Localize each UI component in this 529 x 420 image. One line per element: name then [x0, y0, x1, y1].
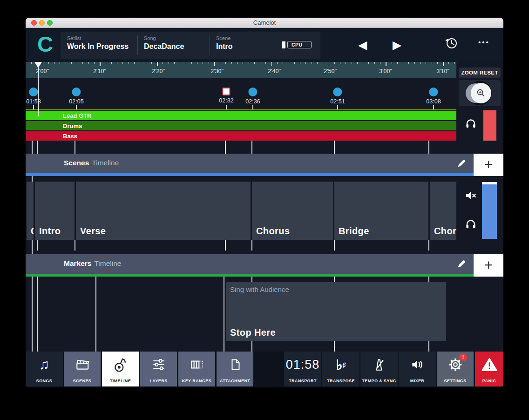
section-title-bold: Markers: [64, 259, 91, 267]
gridline-tick: [37, 240, 38, 251]
timeline-marker[interactable]: 03:08: [426, 88, 441, 105]
track-lane-bass[interactable]: Bass: [26, 131, 456, 141]
zoom-knob[interactable]: [471, 83, 491, 103]
tab-label: SCENES: [64, 379, 101, 383]
tab-songs[interactable]: ♫ SONGS: [26, 352, 63, 386]
marker-selected-icon: [223, 88, 231, 95]
marker-time: 03:08: [426, 98, 441, 105]
sharp-glyph: ♯: [342, 361, 346, 369]
ruler-time-label: 2'30": [210, 68, 224, 75]
scenes-section-title: ScenesTimeline: [64, 159, 119, 167]
scenes-monitor-button[interactable]: [465, 217, 477, 231]
gridline: [225, 141, 226, 154]
tab-label: TIMELINE: [102, 379, 139, 383]
warning-triangle-icon: [481, 357, 498, 373]
next-button[interactable]: ▶: [393, 37, 401, 52]
zoom-knob-panel: [459, 80, 501, 106]
song-field[interactable]: Song DecaDance: [144, 35, 184, 56]
add-scene-button[interactable]: +: [474, 154, 503, 176]
scenes-mute-button[interactable]: [464, 190, 478, 203]
tab-layers[interactable]: LAYERS: [140, 352, 177, 386]
app-topbar: C Setlist Work In Progress Song DecaDanc…: [26, 28, 503, 62]
headphones-icon: [465, 217, 477, 230]
scenes-section-header[interactable]: ScenesTimeline: [26, 154, 474, 173]
magnifier-plus-icon: [475, 88, 487, 99]
scene-value: Intro: [216, 42, 233, 51]
previous-button[interactable]: ◀: [358, 37, 367, 52]
track-name: Lead GTR: [63, 112, 91, 119]
timeline-note-icon: [113, 357, 129, 373]
scene-block[interactable]: Bridge: [334, 182, 428, 240]
tab-transport[interactable]: 01:58 TRANSPORT: [284, 352, 321, 386]
cpu-meter-bar: [282, 41, 285, 48]
scene-block-clipped[interactable]: Chorus: [430, 182, 456, 240]
tracks-monitor-button[interactable]: [465, 117, 477, 131]
more-menu-button[interactable]: •••: [478, 38, 490, 46]
tab-mixer[interactable]: MIXER: [399, 352, 436, 386]
clapperboard-icon: [75, 357, 90, 373]
tab-label: TEMPO & SYNC: [360, 379, 398, 383]
marker-dot-icon: [249, 88, 258, 96]
timeline-marker-selected[interactable]: 02:32: [219, 88, 233, 104]
setlist-value: Work In Progress: [67, 42, 129, 51]
gridline: [75, 141, 75, 154]
tracks-volume-fader[interactable]: [483, 110, 496, 141]
scene-field[interactable]: Scene Intro: [216, 35, 233, 56]
tab-tempo-sync[interactable]: TEMPO & SYNC: [360, 352, 398, 386]
timeline-marker[interactable]: 01:58: [26, 88, 41, 105]
edit-markers-button[interactable]: [456, 259, 467, 271]
tab-settings[interactable]: ! SETTINGS: [437, 352, 474, 386]
scene-block-partial[interactable]: Chorus: [27, 182, 34, 240]
marker-title: Stop Here: [226, 325, 446, 338]
tab-label: LAYERS: [140, 379, 177, 383]
ruler-time-label: 2'10": [93, 68, 106, 75]
history-undo-button[interactable]: [444, 35, 459, 52]
track-name: Bass: [63, 133, 77, 140]
tab-label: ATTACHMENT: [217, 379, 253, 383]
track-lane-drums[interactable]: Drums: [26, 121, 456, 130]
section-title-sub: Timeline: [94, 259, 121, 267]
time-ruler[interactable]: 2'00" 2'10" 2'20" 2'30" 2'40" 2'50" 3'00…: [26, 62, 456, 78]
marker-dot-icon: [72, 88, 81, 96]
field-divider: [137, 35, 138, 55]
tab-scenes[interactable]: SCENES: [64, 352, 101, 386]
gridline-tick: [251, 240, 252, 251]
scene-block[interactable]: Intro: [35, 182, 75, 240]
tab-key-ranges[interactable]: KEY RANGES: [178, 352, 215, 386]
camelot-logo[interactable]: C: [33, 31, 57, 58]
scene-name: Chorus: [430, 223, 456, 237]
settings-alert-badge: !: [459, 353, 467, 361]
scene-block[interactable]: Chorus: [252, 182, 333, 240]
tab-timeline-active[interactable]: TIMELINE: [102, 352, 139, 386]
panic-button[interactable]: PANIC: [475, 352, 503, 386]
timeline-marker[interactable]: 02:36: [245, 88, 260, 105]
tab-label: MIXER: [399, 379, 436, 383]
marker-block[interactable]: Stop Here Sing with Audience: [226, 282, 446, 341]
edit-scenes-button[interactable]: [456, 158, 467, 170]
ruler-time-label: 2'50": [324, 68, 337, 75]
headphones-icon: [465, 117, 477, 129]
mute-speaker-icon: [464, 190, 478, 202]
markers-section-header[interactable]: MarkersTimeline: [26, 254, 474, 274]
scene-block[interactable]: Verse: [76, 182, 251, 240]
tab-attachment[interactable]: ATTACHMENT: [217, 352, 253, 386]
document-icon: [228, 357, 243, 372]
cpu-meter: CPU: [282, 41, 312, 48]
scene-name: Intro: [35, 223, 75, 237]
scene-label: Scene: [216, 35, 233, 41]
tab-transpose[interactable]: ♭♯ TRANSPOSE: [322, 352, 359, 386]
track-lane-lead-gtr[interactable]: Lead GTR: [26, 111, 456, 120]
flat-glyph: ♭: [336, 357, 342, 373]
scenes-volume-fader[interactable]: [482, 182, 497, 239]
pencil-icon: [456, 259, 467, 269]
zoom-reset-button[interactable]: ZOOM RESET: [459, 68, 501, 78]
add-marker-button[interactable]: +: [474, 254, 503, 277]
playhead-handle[interactable]: [34, 62, 42, 68]
tab-label: PANIC: [475, 379, 503, 383]
timeline-marker[interactable]: 02:51: [330, 88, 345, 105]
tab-label: SONGS: [26, 379, 63, 383]
sliders-icon: [151, 357, 167, 373]
metronome-icon: [371, 357, 387, 373]
setlist-field[interactable]: Setlist Work In Progress: [67, 35, 129, 56]
timeline-marker[interactable]: 02:05: [69, 88, 83, 105]
